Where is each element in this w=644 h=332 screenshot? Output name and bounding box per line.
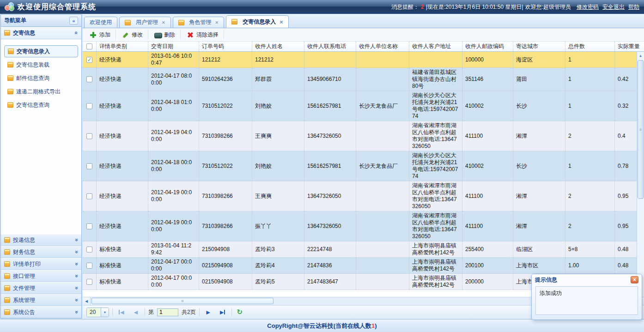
sidebar-collapse-button[interactable]: « — [69, 17, 78, 25]
page-number-input[interactable] — [157, 308, 178, 316]
row-checkbox[interactable] — [86, 193, 92, 199]
message-count-badge[interactable]: 2 — [421, 4, 424, 10]
sidebar-item-4[interactable]: 交寄信息查询 — [4, 99, 78, 111]
table-cell — [356, 274, 409, 290]
cell-text: 长沙 — [516, 103, 527, 110]
cell-text: 刘艳姣 — [255, 103, 272, 110]
horizontal-scroll-thumb[interactable]: ≡ — [91, 298, 273, 304]
cell-text: 13459066710 — [307, 76, 341, 83]
change-password-link[interactable]: 修改密码 — [577, 4, 599, 10]
column-header[interactable]: 收件人联系电话 — [304, 42, 356, 51]
row-checkbox[interactable] — [86, 76, 92, 82]
sidebar-item-2[interactable]: 邮件信息查询 — [4, 72, 78, 84]
sidebar-group-6[interactable]: 系统公告« — [1, 306, 81, 318]
tab-2[interactable]: 角色管理× — [173, 17, 225, 28]
scroll-left-button[interactable]: ◀ — [83, 297, 91, 305]
scroll-up-button[interactable]: ▲ — [637, 52, 644, 59]
last-page-button[interactable]: ▶ — [217, 307, 228, 317]
table-cell: 王爽爽 — [252, 181, 304, 211]
cell-text: 经济快递 — [99, 76, 122, 83]
row-checkbox[interactable]: ✓ — [86, 57, 92, 63]
column-header[interactable]: 收件人姓名 — [252, 42, 304, 51]
cell-text: 孟玲莉5 — [255, 278, 275, 285]
next-page-button[interactable]: ▶ — [203, 307, 214, 317]
table-row[interactable]: 经济快递2012-04-18 01:00:007310512022刘艳姣1561… — [83, 91, 644, 121]
row-checkbox[interactable] — [86, 133, 92, 139]
table-cell: 湘潭 — [513, 211, 565, 241]
sidebar-group-mailing[interactable]: 交寄信息 « — [1, 27, 81, 39]
column-header[interactable]: 交寄日期 — [148, 42, 199, 51]
table-row[interactable]: 经济快递2012-04-18 00:00:007310512022刘艳姣1561… — [83, 151, 644, 181]
tab-close-icon[interactable]: × — [162, 19, 165, 26]
row-checkbox[interactable] — [86, 103, 92, 109]
first-page-button[interactable]: ◀ — [116, 307, 127, 317]
sidebar-item-0[interactable]: 交寄信息录入 — [4, 45, 78, 57]
tab-1[interactable]: 用户管理× — [119, 17, 171, 28]
safe-logout-link[interactable]: 安全退出 — [602, 4, 625, 10]
table-cell: 长沙天龙食品厂 — [356, 151, 409, 181]
cell-text: 标准快递 — [99, 262, 122, 269]
clear-button[interactable]: 清除选择 — [182, 30, 224, 40]
add-button[interactable]: 添加 — [85, 30, 116, 40]
table-cell: 长沙天龙食品厂 — [356, 91, 409, 121]
sidebar-group-3[interactable]: 接口管理« — [1, 270, 81, 282]
cell-text: 0215094908 — [202, 278, 233, 285]
column-header[interactable]: 收件人邮政编码 — [462, 42, 513, 51]
table-cell: 长沙 — [513, 151, 565, 181]
sidebar-item-3[interactable]: 速递二期格式导出 — [4, 86, 78, 98]
page-label: 第 — [148, 308, 154, 316]
tab-label: 角色管理 — [189, 18, 212, 26]
table-cell — [356, 52, 409, 68]
row-checkbox[interactable] — [86, 263, 92, 269]
column-header[interactable]: 订单号码 — [199, 42, 252, 51]
column-header[interactable]: 收件人客户地址 — [409, 42, 462, 51]
sidebar-item-1[interactable]: 交寄信息装载 — [4, 59, 78, 71]
delete-button[interactable]: 删除 — [149, 30, 181, 40]
column-header[interactable]: 收件人单位名称 — [356, 42, 409, 51]
row-checkbox[interactable] — [86, 223, 92, 229]
dropdown-arrow-icon[interactable]: ▼ — [101, 308, 109, 317]
table-row[interactable]: 标准快递2012-04-17 00:00:000215094908孟玲莉4214… — [83, 258, 644, 274]
table-cell: 15616257981 — [304, 91, 356, 121]
sidebar-group-2[interactable]: 详情单打印« — [1, 258, 81, 270]
sidebar-group-0[interactable]: 投递信息« — [1, 234, 81, 246]
select-all-checkbox[interactable] — [86, 43, 92, 49]
column-header[interactable]: 详情单类别 — [97, 42, 148, 51]
sidebar-group-5[interactable]: 系统管理« — [1, 294, 81, 306]
sidebar-group-4[interactable]: 文件管理« — [1, 282, 81, 294]
column-header[interactable]: 总件数 — [565, 42, 615, 51]
chevron-down-icon: « — [73, 263, 80, 266]
cell-text: 2147483647 — [307, 278, 338, 285]
sidebar-group-1[interactable]: 财务信息« — [1, 246, 81, 258]
vertical-scrollbar[interactable]: ▲ ≡ ▼ — [637, 52, 644, 297]
previous-page-button[interactable]: ◀ — [130, 307, 141, 317]
popup-close-button[interactable]: × — [631, 276, 638, 283]
page-size-select[interactable]: 20 ▼ — [86, 307, 109, 317]
table-row[interactable]: 标准快递2013-01-04 11:29:42215094908孟玲莉32221… — [83, 241, 644, 258]
table-cell: 经济快递 — [97, 52, 148, 68]
row-checkbox[interactable] — [86, 246, 92, 252]
cell-text: 湘潭 — [516, 223, 527, 230]
help-link[interactable]: 帮助 — [628, 4, 639, 10]
tab-close-icon[interactable]: × — [215, 19, 219, 26]
tab-close-icon[interactable]: × — [279, 18, 283, 25]
table-row[interactable]: 经济快递2012-04-19 00:00:007310398266振丫丫1364… — [83, 211, 644, 241]
column-header[interactable]: 实际重量 — [615, 42, 644, 51]
row-checkbox[interactable] — [86, 279, 92, 285]
refresh-icon[interactable]: ↻ — [235, 308, 244, 316]
vertical-scroll-thumb[interactable]: ≡ — [638, 60, 644, 199]
cell-text: 长沙天龙食品厂 — [359, 163, 398, 170]
row-checkbox[interactable] — [86, 163, 92, 169]
chevron-down-icon: « — [73, 239, 80, 242]
tab-3[interactable]: 交寄信息录入× — [226, 15, 289, 28]
tab-0[interactable]: 欢迎使用 — [84, 17, 117, 28]
cell-text: 121212 — [255, 56, 273, 63]
column-header[interactable]: 寄达城市 — [513, 42, 565, 51]
table-row[interactable]: ✓经济快递2013-01-06 10:00:471212121212121000… — [83, 52, 644, 68]
edit-button[interactable]: 修改 — [117, 30, 148, 40]
table-row[interactable]: 经济快递2012-04-19 04:00:007310398266王爽爽1364… — [83, 121, 644, 151]
table-row[interactable]: 经济快递2012-04-17 08:00:005910264236郑群霞1345… — [83, 68, 644, 91]
table-row[interactable]: 经济快递2012-04-19 00:00:007310398266王爽爽1364… — [83, 181, 644, 211]
table-cell: 湖南省湘潭市雨湖区八仙桥半点利超市对面电话:13647326050 — [409, 121, 462, 151]
chevron-down-icon: « — [73, 287, 80, 290]
